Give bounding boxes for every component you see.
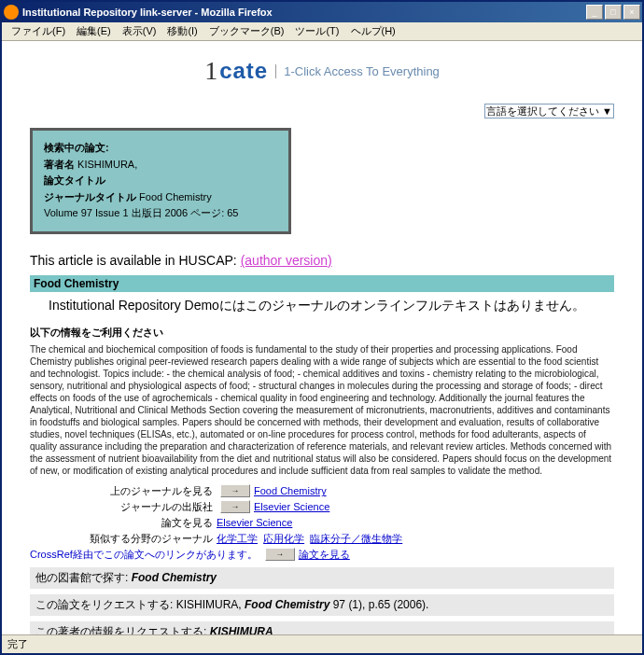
request-article-citation: 97 (1), p.65 (2006). — [329, 598, 428, 611]
availability-line: This article is available in HUSCAP: (au… — [30, 253, 614, 268]
info-journal: Food Chemistry — [139, 191, 212, 202]
search-info-box: 検索中の論文: 著者名 KISHIMURA, 論文タイトル ジャーナルタイトル … — [30, 128, 291, 234]
request-article-text: この論文をリクエストする: KISHIMURA, — [35, 598, 245, 611]
request-author-bar: この著者の情報をリクエストする: KISHIMURA — [30, 621, 614, 634]
related-journals-label: 類似する分野のジャーナル — [30, 532, 217, 546]
menu-tools[interactable]: ツール(T) — [289, 22, 344, 40]
info-heading: 検索中の論文: — [44, 140, 277, 157]
chevron-down-icon: ▼ — [602, 105, 612, 117]
language-selected: 言語を選択してください — [486, 105, 599, 117]
minimize-button[interactable]: _ — [586, 5, 603, 20]
language-select[interactable]: 言語を選択してください ▼ — [484, 104, 614, 118]
info-title-label: 論文タイトル — [44, 173, 277, 189]
other-libraries-journal: Food Chemistry — [132, 571, 217, 584]
crossref-article-link[interactable]: 論文を見る — [299, 548, 350, 562]
related-link-3[interactable]: 臨床分子／微生物学 — [310, 533, 402, 544]
journal-header: Food Chemistry — [30, 275, 614, 292]
firefox-icon — [4, 5, 19, 20]
info-author-label: 著者名 — [44, 159, 75, 170]
related-link-1[interactable]: 化学工学 — [217, 533, 258, 544]
statusbar: 完了 — [2, 634, 642, 653]
menu-edit[interactable]: 編集(E) — [71, 22, 117, 40]
article-publisher-link[interactable]: Elsevier Science — [217, 517, 292, 528]
request-author-text: この著者の情報をリクエストする: — [35, 625, 210, 634]
publisher-label: ジャーナルの出版社 — [30, 500, 217, 514]
titlebar: Institutional Repository link-server - M… — [2, 2, 642, 22]
other-libraries-text: 他の図書館で探す: — [35, 571, 132, 584]
menu-view[interactable]: 表示(V) — [117, 22, 162, 40]
logo-tagline: 1-Click Access To Everything — [275, 64, 440, 78]
go-button-crossref[interactable]: → — [265, 548, 295, 561]
related-link-2[interactable]: 応用化学 — [263, 533, 304, 544]
request-article-journal: Food Chemistry — [245, 598, 329, 611]
crossref-label[interactable]: CrossRef経由でこの論文へのリンクがあります。 — [30, 549, 258, 560]
close-button[interactable]: × — [623, 5, 640, 20]
status-text: 完了 — [7, 637, 28, 651]
request-author-name: KISHIMURA — [210, 625, 273, 634]
journal-description: The chemical and biochemical composition… — [30, 343, 614, 477]
info-journal-label: ジャーナルタイトル — [44, 191, 136, 202]
view-article-label: 論文を見る — [30, 516, 217, 530]
window-title: Institutional Repository link-server - M… — [22, 7, 586, 18]
header-logo: 1 cate 1-Click Access To Everything — [30, 56, 614, 86]
menu-help[interactable]: ヘルプ(H) — [345, 22, 401, 40]
request-article-bar: この論文をリクエストする: KISHIMURA, Food Chemistry … — [30, 594, 614, 616]
maximize-button[interactable]: □ — [605, 5, 622, 20]
author-version-link[interactable]: (author version) — [241, 253, 332, 268]
menubar: ファイル(F) 編集(E) 表示(V) 移動(I) ブックマーク(B) ツール(… — [2, 22, 642, 41]
availability-text: This article is available in HUSCAP: — [30, 253, 241, 268]
go-button-journal[interactable]: → — [220, 484, 250, 497]
view-journal-label: 上のジャーナルを見る — [30, 484, 217, 498]
menu-go[interactable]: 移動(I) — [161, 22, 203, 40]
logo-one: 1 — [204, 56, 217, 86]
subheading: 以下の情報をご利用ください — [30, 326, 614, 340]
menu-file[interactable]: ファイル(F) — [6, 22, 71, 40]
publisher-link[interactable]: Elsevier Science — [254, 501, 329, 512]
info-author: KISHIMURA, — [77, 159, 137, 170]
go-button-publisher[interactable]: → — [220, 500, 250, 513]
page-content: 1 cate 1-Click Access To Everything 言語を選… — [2, 41, 642, 634]
other-libraries-bar: 他の図書館で探す: Food Chemistry — [30, 567, 614, 589]
menu-bookmarks[interactable]: ブックマーク(B) — [203, 22, 290, 40]
journal-link[interactable]: Food Chemistry — [254, 485, 327, 496]
no-fulltext-message: Institutional Repository Demoにはこのジャーナルのオ… — [30, 292, 614, 320]
info-citation: Volume 97 Issue 1 出版日 2006 ページ: 65 — [44, 205, 277, 222]
logo-name: cate — [219, 58, 268, 84]
